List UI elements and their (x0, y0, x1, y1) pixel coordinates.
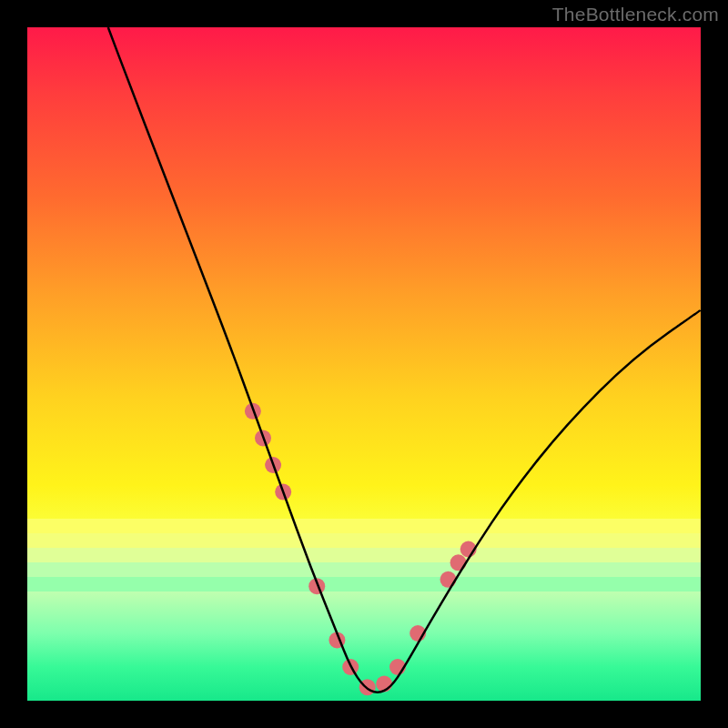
watermark-text: TheBottleneck.com (552, 4, 719, 25)
chart-frame: TheBottleneck.com (0, 0, 728, 728)
marker-dot (440, 571, 457, 588)
bottleneck-curve (108, 27, 701, 693)
chart-svg (27, 27, 701, 701)
marker-dot (450, 554, 467, 571)
plot-area (27, 27, 701, 701)
highlight-markers (245, 403, 477, 695)
